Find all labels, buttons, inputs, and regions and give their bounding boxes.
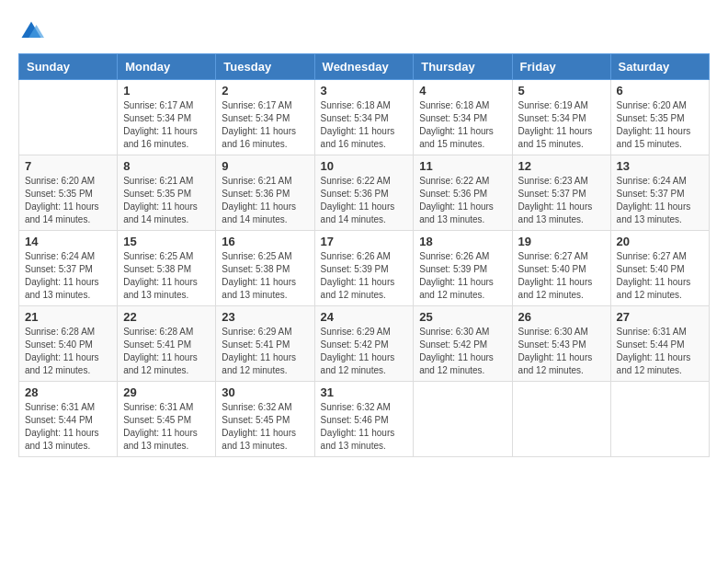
day-number: 15 (123, 235, 210, 248)
calendar-cell (414, 382, 512, 457)
day-number: 16 (222, 235, 308, 248)
day-info: Sunrise: 6:30 AM Sunset: 5:42 PM Dayligh… (419, 326, 506, 377)
day-number: 27 (617, 310, 703, 324)
calendar-week-row: 21Sunrise: 6:28 AM Sunset: 5:40 PM Dayli… (19, 306, 710, 382)
calendar-cell: 26Sunrise: 6:30 AM Sunset: 5:43 PM Dayli… (512, 306, 610, 382)
day-info: Sunrise: 6:27 AM Sunset: 5:40 PM Dayligh… (518, 250, 605, 302)
day-number: 23 (222, 310, 308, 324)
day-number: 12 (518, 159, 605, 173)
day-number: 26 (518, 310, 605, 324)
calendar-cell: 23Sunrise: 6:29 AM Sunset: 5:41 PM Dayli… (216, 306, 314, 382)
day-number: 1 (123, 84, 210, 98)
day-info: Sunrise: 6:22 AM Sunset: 5:36 PM Dayligh… (321, 175, 408, 226)
day-info: Sunrise: 6:26 AM Sunset: 5:39 PM Dayligh… (321, 250, 408, 302)
day-info: Sunrise: 6:29 AM Sunset: 5:41 PM Dayligh… (222, 326, 308, 377)
day-number: 19 (518, 235, 605, 248)
day-number: 13 (617, 159, 703, 173)
day-number: 7 (25, 159, 111, 173)
day-info: Sunrise: 6:31 AM Sunset: 5:44 PM Dayligh… (617, 326, 703, 377)
day-number: 28 (25, 385, 111, 399)
day-number: 29 (123, 385, 210, 399)
calendar-cell: 12Sunrise: 6:23 AM Sunset: 5:37 PM Dayli… (512, 155, 610, 231)
day-info: Sunrise: 6:24 AM Sunset: 5:37 PM Dayligh… (617, 175, 703, 226)
day-info: Sunrise: 6:25 AM Sunset: 5:38 PM Dayligh… (123, 250, 210, 302)
day-info: Sunrise: 6:18 AM Sunset: 5:34 PM Dayligh… (419, 99, 506, 151)
calendar-cell: 29Sunrise: 6:31 AM Sunset: 5:45 PM Dayli… (118, 382, 216, 457)
calendar-cell: 7Sunrise: 6:20 AM Sunset: 5:35 PM Daylig… (19, 155, 118, 231)
calendar-header: SundayMondayTuesdayWednesdayThursdayFrid… (19, 54, 710, 80)
calendar-week-row: 14Sunrise: 6:24 AM Sunset: 5:37 PM Dayli… (19, 231, 710, 306)
calendar-cell: 2Sunrise: 6:17 AM Sunset: 5:34 PM Daylig… (216, 80, 314, 155)
day-number: 8 (123, 159, 210, 173)
day-number: 6 (617, 84, 703, 98)
day-number: 22 (123, 310, 210, 324)
day-number: 20 (617, 235, 703, 248)
day-number: 24 (321, 310, 408, 324)
calendar-cell: 27Sunrise: 6:31 AM Sunset: 5:44 PM Dayli… (610, 306, 709, 382)
day-info: Sunrise: 6:20 AM Sunset: 5:35 PM Dayligh… (25, 175, 111, 226)
day-number: 3 (321, 84, 408, 98)
calendar-cell (19, 80, 118, 155)
calendar-cell: 20Sunrise: 6:27 AM Sunset: 5:40 PM Dayli… (610, 231, 709, 306)
calendar-week-row: 28Sunrise: 6:31 AM Sunset: 5:44 PM Dayli… (19, 382, 710, 457)
calendar-table: SundayMondayTuesdayWednesdayThursdayFrid… (18, 53, 710, 457)
calendar-cell: 18Sunrise: 6:26 AM Sunset: 5:39 PM Dayli… (414, 231, 512, 306)
day-info: Sunrise: 6:24 AM Sunset: 5:37 PM Dayligh… (25, 250, 111, 302)
calendar-cell: 14Sunrise: 6:24 AM Sunset: 5:37 PM Dayli… (19, 231, 118, 306)
day-info: Sunrise: 6:29 AM Sunset: 5:42 PM Dayligh… (321, 326, 408, 377)
day-number: 11 (419, 159, 506, 173)
calendar-cell: 28Sunrise: 6:31 AM Sunset: 5:44 PM Dayli… (19, 382, 118, 457)
day-info: Sunrise: 6:27 AM Sunset: 5:40 PM Dayligh… (617, 250, 703, 302)
day-number: 17 (321, 235, 408, 248)
day-info: Sunrise: 6:22 AM Sunset: 5:36 PM Dayligh… (419, 175, 506, 226)
calendar-cell: 4Sunrise: 6:18 AM Sunset: 5:34 PM Daylig… (414, 80, 512, 155)
calendar-cell: 19Sunrise: 6:27 AM Sunset: 5:40 PM Dayli… (512, 231, 610, 306)
weekday-header: Sunday (19, 54, 118, 80)
day-number: 2 (222, 84, 308, 98)
calendar-cell: 13Sunrise: 6:24 AM Sunset: 5:37 PM Dayli… (610, 155, 709, 231)
day-number: 18 (419, 235, 506, 248)
calendar-cell: 11Sunrise: 6:22 AM Sunset: 5:36 PM Dayli… (414, 155, 512, 231)
day-info: Sunrise: 6:21 AM Sunset: 5:35 PM Dayligh… (123, 175, 210, 226)
calendar-cell: 1Sunrise: 6:17 AM Sunset: 5:34 PM Daylig… (118, 80, 216, 155)
day-info: Sunrise: 6:28 AM Sunset: 5:40 PM Dayligh… (25, 326, 111, 377)
weekday-header: Wednesday (314, 54, 414, 80)
logo-icon (18, 18, 44, 44)
day-info: Sunrise: 6:17 AM Sunset: 5:34 PM Dayligh… (123, 99, 210, 151)
weekday-header: Monday (118, 54, 216, 80)
day-info: Sunrise: 6:23 AM Sunset: 5:37 PM Dayligh… (518, 175, 605, 226)
day-info: Sunrise: 6:32 AM Sunset: 5:46 PM Dayligh… (321, 401, 408, 453)
day-info: Sunrise: 6:28 AM Sunset: 5:41 PM Dayligh… (123, 326, 210, 377)
calendar-cell: 5Sunrise: 6:19 AM Sunset: 5:34 PM Daylig… (512, 80, 610, 155)
day-info: Sunrise: 6:17 AM Sunset: 5:34 PM Dayligh… (222, 99, 308, 151)
day-number: 10 (321, 159, 408, 173)
page-header (18, 18, 710, 44)
day-info: Sunrise: 6:19 AM Sunset: 5:34 PM Dayligh… (518, 99, 605, 151)
calendar-cell: 8Sunrise: 6:21 AM Sunset: 5:35 PM Daylig… (118, 155, 216, 231)
day-number: 30 (222, 385, 308, 399)
calendar-cell: 17Sunrise: 6:26 AM Sunset: 5:39 PM Dayli… (314, 231, 414, 306)
day-number: 9 (222, 159, 308, 173)
day-info: Sunrise: 6:20 AM Sunset: 5:35 PM Dayligh… (617, 99, 703, 151)
calendar-cell: 3Sunrise: 6:18 AM Sunset: 5:34 PM Daylig… (314, 80, 414, 155)
calendar-cell: 22Sunrise: 6:28 AM Sunset: 5:41 PM Dayli… (118, 306, 216, 382)
calendar-cell (610, 382, 709, 457)
calendar-cell: 6Sunrise: 6:20 AM Sunset: 5:35 PM Daylig… (610, 80, 709, 155)
logo (18, 18, 48, 44)
calendar-cell: 25Sunrise: 6:30 AM Sunset: 5:42 PM Dayli… (414, 306, 512, 382)
calendar-cell: 30Sunrise: 6:32 AM Sunset: 5:45 PM Dayli… (216, 382, 314, 457)
day-info: Sunrise: 6:21 AM Sunset: 5:36 PM Dayligh… (222, 175, 308, 226)
day-info: Sunrise: 6:31 AM Sunset: 5:44 PM Dayligh… (25, 401, 111, 453)
day-info: Sunrise: 6:25 AM Sunset: 5:38 PM Dayligh… (222, 250, 308, 302)
calendar-cell: 31Sunrise: 6:32 AM Sunset: 5:46 PM Dayli… (314, 382, 414, 457)
day-info: Sunrise: 6:30 AM Sunset: 5:43 PM Dayligh… (518, 326, 605, 377)
day-number: 25 (419, 310, 506, 324)
day-number: 14 (25, 235, 111, 248)
calendar-cell: 21Sunrise: 6:28 AM Sunset: 5:40 PM Dayli… (19, 306, 118, 382)
day-number: 4 (419, 84, 506, 98)
calendar-cell: 24Sunrise: 6:29 AM Sunset: 5:42 PM Dayli… (314, 306, 414, 382)
day-number: 5 (518, 84, 605, 98)
day-number: 21 (25, 310, 111, 324)
calendar-cell: 15Sunrise: 6:25 AM Sunset: 5:38 PM Dayli… (118, 231, 216, 306)
calendar-cell: 10Sunrise: 6:22 AM Sunset: 5:36 PM Dayli… (314, 155, 414, 231)
